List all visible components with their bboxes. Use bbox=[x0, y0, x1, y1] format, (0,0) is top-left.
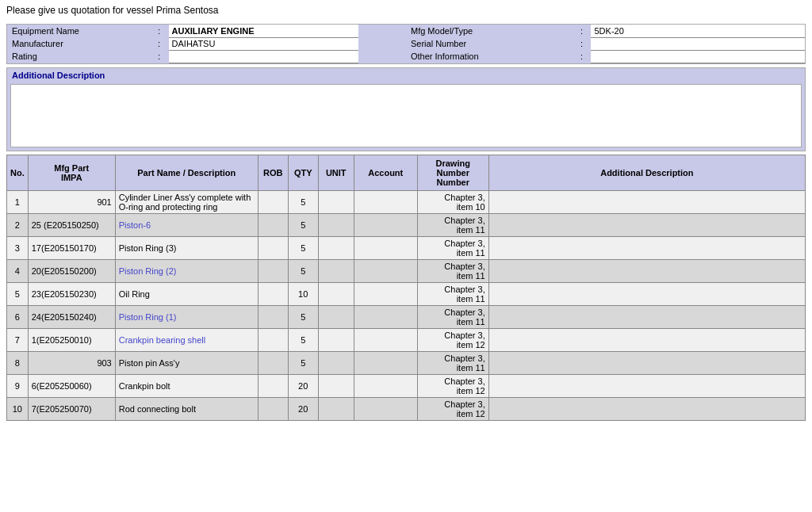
cell-mfgpart: 901 bbox=[28, 190, 115, 213]
col-header-drawing: DrawingNumberNumber bbox=[417, 155, 488, 190]
col-header-adddesc: Additional Description bbox=[488, 155, 805, 190]
col-header-no: No. bbox=[7, 155, 29, 190]
cell-account bbox=[354, 213, 417, 236]
cell-unit bbox=[318, 259, 354, 282]
cell-rob bbox=[258, 374, 288, 397]
table-row: 7 1(E205250010) Crankpin bearing shell 5… bbox=[7, 328, 806, 351]
cell-no: 2 bbox=[7, 213, 29, 236]
cell-no: 5 bbox=[7, 282, 29, 305]
cell-rob bbox=[258, 397, 288, 420]
col-header-qty: QTY bbox=[288, 155, 318, 190]
cell-qty: 5 bbox=[288, 259, 318, 282]
cell-mfgpart: 903 bbox=[28, 351, 115, 374]
additional-description-header: Additional Description bbox=[7, 68, 805, 82]
cell-no: 4 bbox=[7, 259, 29, 282]
cell-rob bbox=[258, 190, 288, 213]
equip-right-value-2 bbox=[591, 50, 805, 63]
cell-unit bbox=[318, 397, 354, 420]
cell-drawing: Chapter 3,item 11 bbox=[417, 351, 488, 374]
cell-account bbox=[354, 282, 417, 305]
cell-unit bbox=[318, 328, 354, 351]
equip-right-label-2: Other Information bbox=[406, 50, 573, 63]
cell-rob bbox=[258, 351, 288, 374]
cell-adddesc bbox=[488, 213, 805, 236]
table-row: 6 24(E205150240) Piston Ring (1) 5 Chapt… bbox=[7, 305, 806, 328]
table-row: 10 7(E205250070) Rod connecting bolt 20 … bbox=[7, 397, 806, 420]
additional-description-body[interactable] bbox=[10, 84, 802, 147]
cell-qty: 5 bbox=[288, 351, 318, 374]
cell-account bbox=[354, 328, 417, 351]
equip-right-label-0: Mfg Model/Type bbox=[406, 25, 573, 37]
cell-mfgpart: 20(E205150200) bbox=[28, 259, 115, 282]
cell-drawing: Chapter 3,item 10 bbox=[417, 190, 488, 213]
equip-label-2: Rating bbox=[7, 50, 150, 63]
cell-rob bbox=[258, 236, 288, 259]
cell-partname: Oil Ring bbox=[115, 282, 258, 305]
table-row: 9 6(E205250060) Crankpin bolt 20 Chapter… bbox=[7, 374, 806, 397]
col-header-mfgpart: Mfg PartIMPA bbox=[28, 155, 115, 190]
col-header-unit: UNIT bbox=[318, 155, 354, 190]
cell-drawing: Chapter 3,item 12 bbox=[417, 374, 488, 397]
cell-unit bbox=[318, 190, 354, 213]
cell-unit bbox=[318, 374, 354, 397]
cell-rob bbox=[258, 328, 288, 351]
cell-no: 7 bbox=[7, 328, 29, 351]
equip-right-value-0: 5DK-20 bbox=[591, 25, 805, 37]
cell-rob bbox=[258, 282, 288, 305]
cell-qty: 5 bbox=[288, 213, 318, 236]
cell-no: 8 bbox=[7, 351, 29, 374]
table-row: 3 17(E205150170) Piston Ring (3) 5 Chapt… bbox=[7, 236, 806, 259]
cell-drawing: Chapter 3,item 11 bbox=[417, 305, 488, 328]
cell-adddesc bbox=[488, 259, 805, 282]
cell-unit bbox=[318, 213, 354, 236]
cell-partname: Cylinder Liner Ass'y complete with O-rin… bbox=[115, 190, 258, 213]
cell-adddesc bbox=[488, 351, 805, 374]
equip-right-label-1: Serial Number bbox=[406, 37, 573, 50]
equip-colon-1: : bbox=[150, 37, 169, 50]
cell-qty: 10 bbox=[288, 282, 318, 305]
cell-drawing: Chapter 3,item 12 bbox=[417, 328, 488, 351]
cell-unit bbox=[318, 351, 354, 374]
col-header-rob: ROB bbox=[258, 155, 288, 190]
cell-qty: 20 bbox=[288, 397, 318, 420]
cell-account bbox=[354, 374, 417, 397]
table-row: 8 903 Piston pin Ass'y 5 Chapter 3,item … bbox=[7, 351, 806, 374]
table-row: 5 23(E205150230) Oil Ring 10 Chapter 3,i… bbox=[7, 282, 806, 305]
cell-partname: Piston-6 bbox=[115, 213, 258, 236]
cell-partname: Crankpin bolt bbox=[115, 374, 258, 397]
equip-value-1: DAIHATSU bbox=[169, 37, 359, 50]
cell-account bbox=[354, 351, 417, 374]
cell-mfgpart: 6(E205250060) bbox=[28, 374, 115, 397]
cell-qty: 5 bbox=[288, 236, 318, 259]
cell-no: 9 bbox=[7, 374, 29, 397]
cell-drawing: Chapter 3,item 11 bbox=[417, 213, 488, 236]
cell-mfgpart: 23(E205150230) bbox=[28, 282, 115, 305]
cell-qty: 20 bbox=[288, 374, 318, 397]
cell-partname: Piston Ring (2) bbox=[115, 259, 258, 282]
cell-partname: Rod connecting bolt bbox=[115, 397, 258, 420]
cell-mfgpart: 25 (E205150250) bbox=[28, 213, 115, 236]
cell-no: 3 bbox=[7, 236, 29, 259]
equip-value-0: AUXILIARY ENGINE bbox=[169, 25, 359, 37]
equip-colon-0: : bbox=[150, 25, 169, 37]
cell-account bbox=[354, 190, 417, 213]
cell-rob bbox=[258, 305, 288, 328]
cell-drawing: Chapter 3,item 11 bbox=[417, 259, 488, 282]
cell-unit bbox=[318, 282, 354, 305]
equip-label-0: Equipment Name bbox=[7, 25, 150, 37]
cell-drawing: Chapter 3,item 11 bbox=[417, 236, 488, 259]
cell-no: 1 bbox=[7, 190, 29, 213]
cell-no: 6 bbox=[7, 305, 29, 328]
cell-mfgpart: 7(E205250070) bbox=[28, 397, 115, 420]
additional-description-section: Additional Description bbox=[6, 67, 806, 151]
col-header-account: Account bbox=[354, 155, 417, 190]
cell-adddesc bbox=[488, 190, 805, 213]
equip-right-value-1 bbox=[591, 37, 805, 50]
cell-qty: 5 bbox=[288, 305, 318, 328]
page-header: Please give us quotation for vessel Prim… bbox=[0, 0, 812, 21]
equip-right-colon-0: : bbox=[573, 25, 592, 37]
cell-no: 10 bbox=[7, 397, 29, 420]
cell-rob bbox=[258, 259, 288, 282]
equipment-table: Equipment Name : AUXILIARY ENGINE Mfg Mo… bbox=[7, 25, 805, 63]
cell-adddesc bbox=[488, 236, 805, 259]
